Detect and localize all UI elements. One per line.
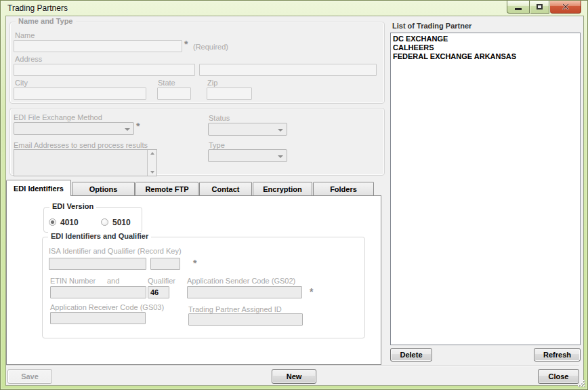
trading-partner-assigned-id-input[interactable] [188,313,303,326]
type-label: Type [209,141,225,149]
zip-input[interactable] [207,87,252,100]
list-of-trading-partner-label: List of Trading Partner [392,22,471,30]
application-sender-code-input[interactable] [187,286,302,298]
radio-4010-label: 4010 [60,218,79,227]
trading-partner-listbox[interactable]: DC EXCHANGE CALHEERS FEDERAL EXCHANGE AR… [390,33,581,345]
address-label: Address [15,55,42,63]
window-title: Trading Partners [7,3,68,13]
title-bar[interactable]: Trading Partners [1,1,587,16]
application-receiver-code-label: Application Receiver Code (GS03) [50,303,164,311]
city-label: City [15,79,28,87]
isa-identifier-label: ISA Identifier and Qualifier (Record Key… [49,247,182,255]
chevron-down-icon [278,155,283,158]
radio-5010[interactable] [101,218,108,226]
etin-and-label: and [107,277,119,285]
tab-label: Encryption [263,185,301,193]
isa-required-asterisk: * [193,258,196,269]
tab-folders[interactable]: Folders [313,182,374,196]
application-receiver-code-input[interactable] [50,312,146,324]
edi-file-exchange-method-dropdown[interactable] [14,122,134,135]
delete-button[interactable]: Delete [390,348,432,362]
new-button[interactable]: New [272,369,316,384]
refresh-button-label: Refresh [543,351,571,359]
resize-grip[interactable] [577,379,585,387]
state-input[interactable] [157,87,191,100]
tab-encryption[interactable]: Encryption [253,182,312,196]
refresh-button[interactable]: Refresh [534,348,581,362]
maximize-icon [537,4,543,9]
state-label: State [158,79,175,87]
name-label: Name [15,31,35,39]
tab-edi-identifiers[interactable]: EDI Identifiers [6,180,71,196]
isa-qualifier-input[interactable] [150,258,180,270]
email-addresses-label: Email Addresses to send process results [14,141,148,149]
edi-version-group-label: EDI Version [49,202,96,210]
method-required-asterisk: * [136,121,140,132]
maximize-button[interactable] [530,1,549,14]
tab-label: Folders [330,185,357,193]
close-icon [562,3,569,10]
type-dropdown[interactable] [208,149,287,162]
window-controls [506,1,581,14]
trading-partners-window: Trading Partners Name and Type Name * (R… [0,0,588,390]
close-button[interactable]: Close [538,369,579,384]
scroll-up-icon [150,152,154,155]
save-button[interactable]: Save [7,369,52,384]
status-label: Status [209,114,230,122]
trading-partner-assigned-id-label: Trading Partner Assigned ID [188,305,282,313]
minimize-icon [515,8,522,10]
tab-label: EDI Identifiers [14,184,64,193]
application-sender-code-label: Application Sender Code (GS02) [187,277,295,285]
tab-label: Options [89,185,118,193]
isa-identifier-input[interactable] [49,258,146,270]
tab-label: Remote FTP [145,185,188,193]
etin-qualifier-label: Qualifier [148,277,175,285]
sender-required-asterisk: * [310,286,313,297]
name-input[interactable] [14,40,182,52]
list-item-dc-exchange[interactable]: DC EXCHANGE [393,35,578,43]
etin-qualifier-input[interactable] [148,286,169,298]
list-item-calheers[interactable]: CALHEERS [393,43,578,52]
tab-strip: EDI Identifiers Options Remote FTP Conta… [6,180,375,196]
textarea-scrollbar[interactable] [147,150,156,176]
footer-separator [6,366,579,366]
address-line2-input[interactable] [199,64,377,76]
tab-options[interactable]: Options [72,182,135,196]
save-button-label: Save [21,372,39,381]
chevron-down-icon [125,128,130,131]
close-button-label: Close [549,372,569,381]
etin-number-label: ETIN Number [50,277,96,285]
required-note: (Required) [193,43,228,51]
name-and-type-group-label: Name and Type [16,17,76,25]
etin-number-input[interactable] [50,286,146,298]
minimize-button[interactable] [507,1,530,14]
scroll-down-icon [150,171,154,174]
edi-identifiers-tab-page: EDI Version 4010 5010 EDI Identifiers an… [6,195,381,365]
name-required-asterisk: * [184,39,188,50]
delete-button-label: Delete [400,351,422,359]
tab-remote-ftp[interactable]: Remote FTP [135,182,198,196]
tab-contact[interactable]: Contact [199,182,252,196]
city-input[interactable] [14,87,146,100]
status-dropdown[interactable] [208,123,287,136]
address-line1-input[interactable] [14,64,195,76]
zip-label: Zip [207,79,217,87]
new-button-label: New [287,372,302,381]
radio-5010-label: 5010 [112,218,131,227]
chevron-down-icon [278,129,283,132]
email-addresses-textarea[interactable] [14,149,157,176]
list-item-federal-exchange-arkansas[interactable]: FEDERAL EXCHANGE ARKANSAS [393,52,578,61]
edi-identifiers-qualifier-group-label: EDI Identifiers and Qualifier [48,232,151,240]
tab-label: Contact [212,185,240,193]
close-window-button[interactable] [550,1,581,14]
edi-file-exchange-method-label: EDI File Exchange Method [14,113,102,121]
radio-4010[interactable] [49,218,56,226]
